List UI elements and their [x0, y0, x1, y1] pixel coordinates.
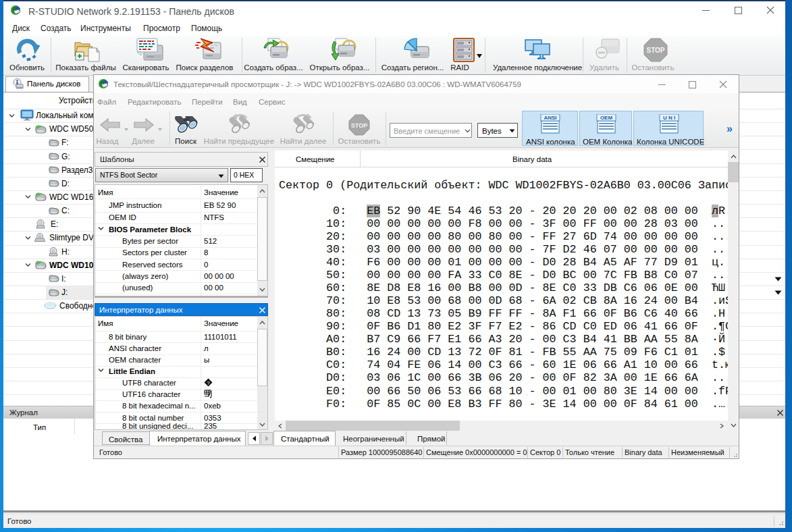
svg-text:U N I: U N I	[663, 115, 675, 121]
svg-text:STOP: STOP	[646, 47, 664, 54]
svg-text:STOP: STOP	[351, 122, 367, 129]
svg-text:OEM: OEM	[600, 115, 613, 121]
svg-text:?: ?	[207, 380, 210, 386]
svg-text:ANSI: ANSI	[544, 115, 556, 121]
